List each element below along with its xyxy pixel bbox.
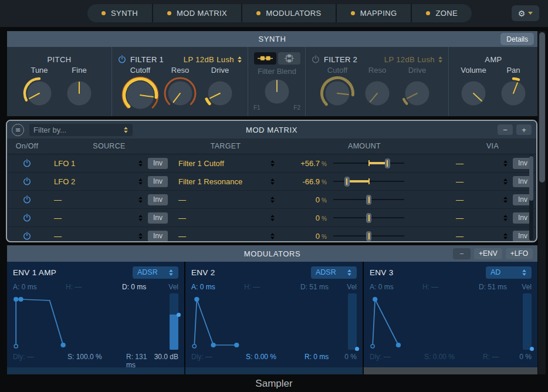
- amount-slider[interactable]: [333, 209, 404, 227]
- vel-slider-handle[interactable]: [355, 347, 359, 351]
- row-power-toggle[interactable]: [23, 232, 31, 240]
- source-invert-button[interactable]: Inv: [148, 176, 168, 187]
- tab-mod-matrix[interactable]: MOD MATRIX: [153, 4, 242, 22]
- env1-release[interactable]: R: 131 ms: [126, 353, 154, 369]
- amount-value[interactable]: 0: [316, 232, 320, 241]
- amount-slider[interactable]: [333, 191, 404, 208]
- env2-delay[interactable]: Dly: —: [191, 353, 246, 361]
- source-updown-icon[interactable]: [138, 196, 143, 204]
- add-lfo-button[interactable]: +LFO: [506, 248, 533, 259]
- source-select-value[interactable]: —: [54, 232, 62, 241]
- tune-knob[interactable]: [22, 76, 56, 110]
- via-select-value[interactable]: —: [456, 159, 464, 168]
- tab-zone[interactable]: ZONE: [412, 4, 472, 22]
- target-updown-icon[interactable]: [270, 196, 275, 204]
- via-updown-icon[interactable]: [503, 214, 508, 222]
- target-updown-icon[interactable]: [270, 214, 275, 222]
- filter-routing-series-button[interactable]: [254, 52, 276, 65]
- matrix-scrollbar[interactable]: [529, 155, 533, 241]
- env1-vel-slider[interactable]: [170, 293, 178, 350]
- row-power-toggle[interactable]: [23, 214, 31, 222]
- via-updown-icon[interactable]: [503, 178, 508, 185]
- filter1-drive-knob[interactable]: [203, 76, 237, 110]
- env3-hold[interactable]: H: —: [422, 283, 479, 291]
- env3-envelope-graph[interactable]: [370, 293, 519, 350]
- env2-decay[interactable]: D: 51 ms: [300, 283, 347, 291]
- filter2-cutoff-knob[interactable]: [320, 76, 354, 110]
- vel-slider-handle[interactable]: [530, 347, 534, 351]
- source-select-value[interactable]: LFO 1: [54, 159, 75, 168]
- target-select-value[interactable]: Filter 1 Cutoff: [178, 159, 224, 168]
- via-select-value[interactable]: —: [456, 177, 464, 186]
- target-updown-icon[interactable]: [270, 232, 275, 240]
- env2-sustain[interactable]: S: 0.00 %: [246, 353, 305, 361]
- amount-slider[interactable]: [333, 173, 404, 190]
- env3-release[interactable]: R: —: [483, 353, 519, 361]
- env1-attack[interactable]: A: 0 ms: [13, 283, 66, 291]
- env2-depth[interactable]: 0 %: [344, 353, 357, 361]
- env3-decay[interactable]: D: 51 ms: [479, 283, 522, 291]
- filter1-type-select[interactable]: LP 12dB Lush: [184, 55, 242, 64]
- via-select-value[interactable]: —: [456, 232, 464, 241]
- row-power-toggle[interactable]: [23, 159, 31, 167]
- target-updown-icon[interactable]: [270, 178, 275, 185]
- filter1-reso-knob[interactable]: [163, 76, 197, 110]
- settings-menu-button[interactable]: ⚙: [512, 5, 539, 21]
- filter-routing-parallel-button[interactable]: [278, 52, 300, 65]
- remove-row-button[interactable]: −: [498, 124, 513, 135]
- env2-vel-slider[interactable]: [348, 293, 357, 350]
- vel-slider-handle[interactable]: [177, 313, 181, 317]
- fine-knob[interactable]: [62, 76, 96, 110]
- source-invert-button[interactable]: Inv: [148, 231, 168, 242]
- env3-mode-select[interactable]: AD: [486, 266, 532, 279]
- env1-depth[interactable]: 30.0 dB: [154, 353, 178, 369]
- source-invert-button[interactable]: Inv: [148, 212, 168, 224]
- via-select-value[interactable]: —: [456, 195, 464, 204]
- amount-value[interactable]: +56.7: [300, 159, 320, 168]
- add-row-button[interactable]: +: [516, 124, 532, 135]
- amount-slider[interactable]: [333, 154, 404, 172]
- env2-hold[interactable]: H: —: [244, 283, 300, 291]
- window-scrollbar[interactable]: [538, 31, 546, 374]
- env1-mode-select[interactable]: ADSR: [133, 266, 178, 279]
- filter2-type-select[interactable]: LP 12dB Lush: [384, 55, 443, 64]
- amount-value[interactable]: 0: [316, 214, 320, 222]
- row-power-toggle[interactable]: [23, 177, 31, 185]
- target-select-value[interactable]: Filter 1 Resonance: [178, 177, 242, 186]
- source-select-value[interactable]: LFO 2: [54, 177, 75, 186]
- source-updown-icon[interactable]: [138, 160, 143, 167]
- tab-synth[interactable]: SYNTH: [87, 4, 153, 22]
- tab-mapping[interactable]: MAPPING: [337, 4, 412, 22]
- env1-decay[interactable]: D: 0 ms: [122, 283, 168, 291]
- source-updown-icon[interactable]: [138, 214, 143, 222]
- env3-attack[interactable]: A: 0 ms: [370, 283, 422, 291]
- env2-envelope-graph[interactable]: [191, 293, 344, 350]
- env1-delay[interactable]: Dly: —: [13, 353, 67, 369]
- source-select-value[interactable]: —: [54, 195, 62, 204]
- add-env-button[interactable]: +ENV: [474, 248, 502, 259]
- filter2-reso-knob[interactable]: [360, 76, 394, 110]
- env2-mode-select[interactable]: ADSR: [311, 266, 357, 279]
- filter2-drive-knob[interactable]: [400, 76, 434, 110]
- amount-value[interactable]: 0: [316, 195, 320, 204]
- via-updown-icon[interactable]: [503, 160, 508, 167]
- remove-modulator-button[interactable]: −: [453, 248, 471, 259]
- filter-by-select[interactable]: Filter by...: [29, 124, 133, 136]
- amount-value[interactable]: -66.9: [302, 177, 320, 186]
- via-select-value[interactable]: —: [456, 214, 464, 222]
- env1-sustain[interactable]: S: 100.0 %: [67, 353, 126, 369]
- env1-hold[interactable]: H: —: [66, 283, 122, 291]
- env3-delay[interactable]: Dly: —: [370, 353, 424, 361]
- filter2-power-toggle[interactable]: [312, 55, 320, 63]
- filter1-power-toggle[interactable]: [118, 55, 126, 63]
- env3-vel-slider[interactable]: [523, 293, 532, 350]
- source-updown-icon[interactable]: [138, 178, 143, 185]
- via-updown-icon[interactable]: [503, 232, 508, 240]
- env1-envelope-graph[interactable]: [13, 293, 166, 350]
- via-updown-icon[interactable]: [503, 196, 508, 204]
- source-invert-button[interactable]: Inv: [148, 158, 168, 169]
- env3-sustain[interactable]: S: 0.00 %: [424, 353, 483, 361]
- row-power-toggle[interactable]: [23, 195, 31, 204]
- filter-blend-knob[interactable]: [260, 75, 294, 109]
- source-invert-button[interactable]: Inv: [148, 194, 168, 205]
